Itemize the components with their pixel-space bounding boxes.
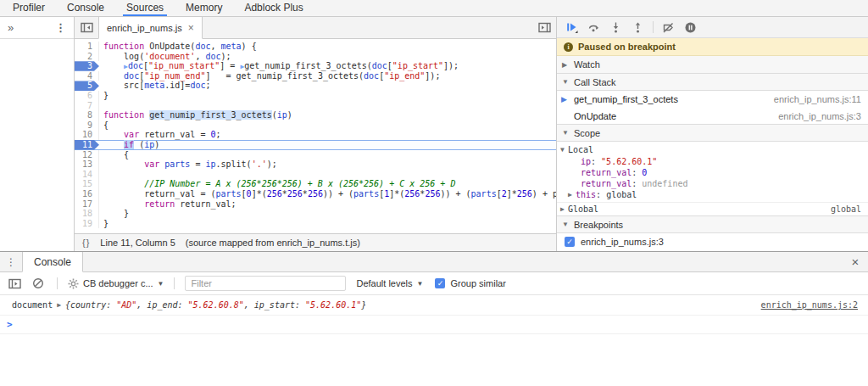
line-content-10[interactable]: var return_val = 0; [99,130,556,140]
scope-local-group[interactable]: ▼Local [557,143,868,156]
clear-console-button[interactable] [30,275,47,292]
editor-status-bar: {} Line 11, Column 5 (source mapped from… [75,233,556,251]
line-content-1[interactable]: function OnUpdate(doc, meta) { [99,42,556,52]
expanded-arrow-icon[interactable]: ▼ [560,146,568,154]
line-number-4[interactable]: 4 [75,71,99,81]
scope-var-value: undefined [642,179,687,188]
main-tab-profiler[interactable]: Profiler [2,0,56,16]
line-content-18[interactable]: } [99,209,556,219]
frame-location[interactable]: enrich_ip_nums.js:3 [778,111,861,121]
step-out-button[interactable] [627,18,648,36]
console-drawer-tab[interactable]: Console [22,252,83,272]
line-number-2[interactable]: 2 [75,52,99,62]
object-preview[interactable]: {country: "AD", ip_end: "5.62.60.8", ip_… [65,300,366,310]
line-content-4[interactable]: doc["ip_num_end"] = get_numip_first_3_oc… [99,71,556,81]
chevron-down-icon: ▼ [158,280,164,288]
line-number-1[interactable]: 1 [75,42,99,52]
resume-icon [565,21,578,34]
line-content-13[interactable]: var parts = ip.split('.'); [99,159,556,170]
scope-variable[interactable]: ip: "5.62.60.1" [557,156,868,167]
frame-name: OnUpdate [574,111,776,121]
close-drawer-icon[interactable]: × [843,252,868,271]
line-number-5[interactable]: 5 [75,81,99,91]
line-number-17[interactable]: 17 [75,199,99,210]
toggle-debugger-sidebar-button[interactable] [532,17,556,38]
line-content-16[interactable]: return_val = (parts[0]*(256*256*256)) + … [99,189,556,199]
scope-section-header[interactable]: ▼ Scope [557,124,868,142]
line-content-17[interactable]: return return_val; [99,199,556,210]
line-number-8[interactable]: 8 [75,110,99,120]
drawer-menu-icon[interactable]: ⋮ [0,252,22,271]
console-tab-row: ⋮ Console × [0,252,868,272]
line-number-11[interactable]: 11 [75,140,99,150]
line-content-8[interactable]: function get_numip_first_3_octets(ip) [99,110,556,120]
breakpoint-entry[interactable]: ✓enrich_ip_nums.js:3 [557,233,868,249]
line-number-12[interactable]: 12 [75,150,99,160]
console-sidebar-button[interactable] [6,275,23,292]
line-content-6[interactable]: } [99,91,556,101]
group-similar-toggle[interactable]: ✓ Group similar [435,278,505,288]
step-over-button[interactable] [583,18,604,36]
line-number-13[interactable]: 13 [75,159,99,170]
sources-panel: » ⋮ enrich_ip_nums.js × [0,17,868,251]
line-number-9[interactable]: 9 [75,120,99,131]
line-number-10[interactable]: 10 [75,130,99,140]
message-source-link[interactable]: enrich_ip_nums.js:2 [761,300,858,310]
console-filter-input[interactable] [185,276,346,291]
line-content-12[interactable]: { [99,150,556,160]
line-number-18[interactable]: 18 [75,209,99,219]
line-content-9[interactable]: { [99,120,556,131]
main-tab-adblock-plus[interactable]: Adblock Plus [233,0,314,16]
expand-object-icon[interactable]: ▶ [57,301,61,309]
more-tabs-icon[interactable]: » [8,21,13,34]
line-number-7[interactable]: 7 [75,101,99,111]
frame-location[interactable]: enrich_ip_nums.js:11 [774,94,861,104]
file-tab-enrich-ip-nums[interactable]: enrich_ip_nums.js × [98,17,203,39]
main-tab-memory[interactable]: Memory [175,0,233,16]
line-content-5[interactable]: src[meta.id]=doc; [99,81,556,91]
scope-variable[interactable]: return_val: 0 [557,167,868,178]
main-tab-sources[interactable]: Sources [115,0,175,16]
main-tab-console[interactable]: Console [56,0,115,16]
checked-checkbox-icon[interactable]: ✓ [565,237,575,247]
close-tab-icon[interactable]: × [188,22,194,34]
watch-section-header[interactable]: ▶ Watch [557,56,868,74]
scope-variable[interactable]: ▶ this: global [557,189,868,200]
toggle-navigator-button[interactable] [75,17,98,38]
line-number-14[interactable]: 14 [75,170,99,180]
step-into-button[interactable] [605,18,626,36]
checked-checkbox-icon[interactable]: ✓ [435,278,445,288]
collapsed-arrow-icon[interactable]: ▶ [568,191,576,199]
console-context-selector[interactable]: CB debugger c... ▼ [68,278,164,289]
navigator-menu-icon[interactable]: ⋮ [55,21,66,34]
pretty-print-icon[interactable]: {} [82,238,90,248]
call-stack-frame[interactable]: OnUpdateenrich_ip_nums.js:3 [557,108,868,125]
line-number-16[interactable]: 16 [75,189,99,199]
console-prompt-row[interactable]: > [0,316,868,334]
line-content-3[interactable]: ▶doc["ip_num_start"] = ▶get_numip_first_… [99,61,556,71]
line-number-19[interactable]: 19 [75,219,99,229]
scope-var-value: 0 [642,168,647,177]
deactivate-breakpoints-button[interactable] [658,18,679,36]
code-area[interactable]: 1function OnUpdate(doc, meta) {2 log('do… [75,39,556,233]
line-content-2[interactable]: log('document', doc); [99,52,556,62]
line-content-7[interactable] [99,101,556,111]
resume-button[interactable] [561,18,582,36]
scope-variable[interactable]: return_val: undefined [557,178,868,189]
pause-on-exceptions-button[interactable] [680,18,701,36]
line-number-3[interactable]: 3 [75,61,99,71]
line-content-15[interactable]: //IP Number = A x (256*256*256) + B x (2… [99,179,556,189]
line-content-11[interactable]: if (ip) [99,140,556,150]
call-stack-frame[interactable]: ▶get_numip_first_3_octetsenrich_ip_nums.… [557,91,868,108]
line-content-14[interactable] [99,170,556,180]
scope-global-group[interactable]: ▶Globalglobal [557,202,868,215]
code-line-13: 13 var parts = ip.split('.'); [75,159,556,170]
line-content-19[interactable]: } [99,219,556,229]
line-number-6[interactable]: 6 [75,91,99,101]
step-over-icon [587,21,600,34]
log-levels-dropdown[interactable]: Default levels ▼ [356,278,423,288]
line-number-15[interactable]: 15 [75,179,99,189]
call-stack-section-header[interactable]: ▼ Call Stack [557,73,868,91]
breakpoints-section-header[interactable]: ▼ Breakpoints [557,215,868,233]
collapsed-arrow-icon[interactable]: ▶ [560,205,568,213]
